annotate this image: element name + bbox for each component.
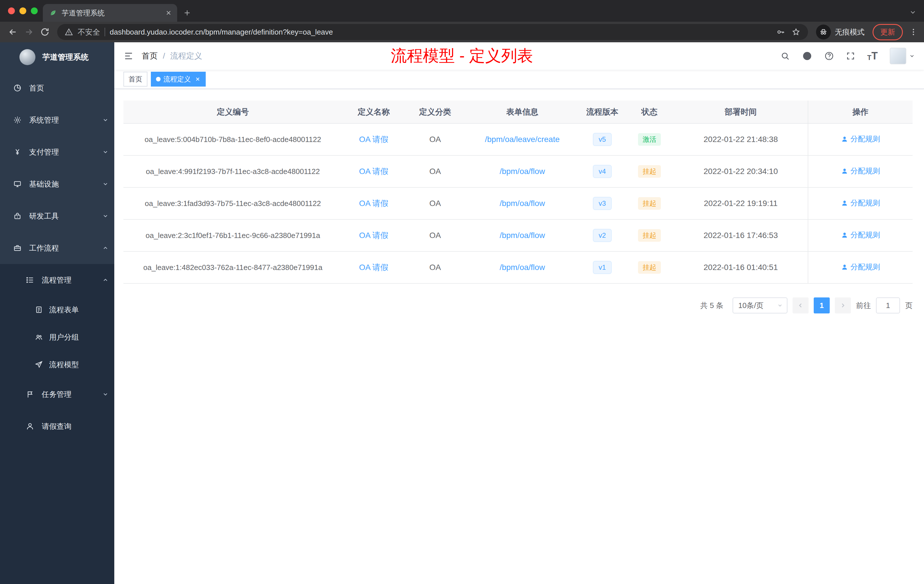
forward-icon[interactable] [22, 25, 35, 39]
app-title: 芋道管理系统 [42, 52, 89, 62]
tab-title: 芋道管理系统 [62, 8, 160, 18]
form-url-link[interactable]: /bpm/oa/leave/create [485, 135, 560, 144]
menu-label: 基础设施 [29, 179, 59, 189]
menu-label: 流程管理 [42, 275, 71, 285]
update-button[interactable]: 更新 [873, 24, 903, 40]
search-icon[interactable] [780, 51, 790, 61]
browser-toolbar: 不安全 dashboard.yudao.iocoder.cn/bpm/manag… [0, 22, 924, 42]
next-page-button[interactable] [835, 297, 851, 313]
active-dot [156, 77, 160, 81]
sidebar-item-infrastructure[interactable]: 基础设施 [0, 168, 114, 200]
assign-rule-link[interactable]: 分配规则 [841, 134, 880, 144]
tag-home[interactable]: 首页 [124, 72, 147, 87]
assign-rule-link[interactable]: 分配规则 [841, 198, 880, 208]
avatar[interactable] [890, 48, 906, 64]
tag-label: 首页 [129, 74, 142, 84]
assign-rule-link[interactable]: 分配规则 [841, 166, 880, 176]
definition-name-link[interactable]: OA 请假 [359, 135, 389, 144]
tab-search-chevron-icon[interactable] [909, 8, 917, 16]
table-row: oa_leave:4:991f2193-7b7f-11ec-a3c8-acde4… [124, 155, 912, 187]
definition-category: OA [429, 231, 441, 240]
form-url-link[interactable]: /bpm/oa/flow [500, 199, 545, 208]
chevron-down-icon [102, 213, 109, 219]
browser-tab[interactable]: 芋道管理系统 [43, 4, 177, 22]
goto-page-input[interactable] [876, 297, 900, 313]
breadcrumb-separator: / [163, 51, 165, 61]
incognito-badge: 无痕模式 [816, 25, 865, 40]
col-definition-name: 定义名称 [342, 101, 405, 124]
incognito-icon [816, 25, 831, 40]
page-size-select[interactable]: 10条/页 [733, 297, 787, 313]
chevron-down-icon [102, 149, 109, 155]
traffic-light-fullscreen[interactable] [31, 7, 38, 14]
sidebar-item-payment[interactable]: 支付管理 [0, 136, 114, 168]
browser-menu-icon[interactable] [909, 28, 918, 36]
form-url-link[interactable]: /bpm/oa/flow [500, 263, 545, 272]
security-label[interactable]: 不安全 [78, 27, 100, 37]
sidebar-item-home[interactable]: 首页 [0, 72, 114, 104]
help-icon[interactable] [824, 51, 834, 61]
sidebar-item-system[interactable]: 系统管理 [0, 104, 114, 136]
sidebar-item-process-form[interactable]: 流程表单 [0, 296, 114, 323]
sidebar-item-process-management[interactable]: 流程管理 [0, 264, 114, 296]
definition-id: oa_leave:3:1fad3d93-7b75-11ec-a3c8-acde4… [145, 199, 321, 208]
sidebar-item-user-group[interactable]: 用户分组 [0, 323, 114, 351]
breadcrumb-home[interactable]: 首页 [142, 51, 158, 61]
definition-name-link[interactable]: OA 请假 [359, 167, 389, 176]
table-row: oa_leave:2:3c1f0ef1-76b1-11ec-9c66-a2380… [124, 219, 912, 251]
avatar-dropdown[interactable] [890, 48, 915, 64]
deploy-time: 2022-01-22 19:19:11 [704, 199, 778, 208]
sidebar-item-task-management[interactable]: 任务管理 [0, 378, 114, 410]
address-bar[interactable]: 不安全 dashboard.yudao.iocoder.cn/bpm/manag… [57, 24, 808, 40]
window-controls [8, 7, 38, 14]
github-icon[interactable] [802, 51, 812, 61]
app-logo[interactable]: 芋道管理系统 [0, 42, 114, 72]
back-icon[interactable] [6, 25, 20, 39]
definition-category: OA [429, 135, 441, 144]
key-icon[interactable] [776, 27, 785, 36]
tag-process-definition[interactable]: 流程定义 [151, 72, 206, 87]
chevron-down-icon [102, 117, 109, 123]
traffic-light-close[interactable] [8, 7, 15, 14]
sidebar-item-process-model[interactable]: 流程模型 [0, 351, 114, 378]
pagination: 共 5 条 10条/页 1 前 [124, 297, 912, 313]
sidebar-item-leave-query[interactable]: 请假查询 [0, 410, 114, 442]
sidebar: 芋道管理系统 首页 系统管理 [0, 42, 114, 584]
definition-table: 定义编号 定义名称 定义分类 表单信息 流程版本 状态 部署时间 操作 oa_l… [124, 101, 912, 284]
definition-category: OA [429, 263, 441, 272]
new-tab-button[interactable] [183, 8, 191, 17]
sidebar-item-devtools[interactable]: 研发工具 [0, 200, 114, 232]
menu-label: 支付管理 [29, 147, 59, 157]
gear-icon [13, 116, 22, 124]
tag-close-icon[interactable] [195, 76, 201, 82]
assign-rule-link[interactable]: 分配规则 [841, 262, 880, 272]
col-deploy-time: 部署时间 [674, 101, 808, 124]
list-icon [26, 276, 34, 284]
bookmark-star-icon[interactable] [792, 27, 800, 36]
form-url-link[interactable]: /bpm/oa/flow [500, 231, 545, 240]
favicon-icon [49, 9, 57, 17]
definition-name-link[interactable]: OA 请假 [359, 199, 389, 208]
table-row: oa_leave:1:482ec033-762a-11ec-8477-a2380… [124, 251, 912, 284]
assign-rule-link[interactable]: 分配规则 [841, 230, 880, 240]
prev-page-button[interactable] [792, 297, 808, 313]
form-url-link[interactable]: /bpm/oa/flow [500, 167, 545, 176]
page-unit-label: 页 [905, 300, 912, 310]
total-count: 共 5 条 [700, 300, 723, 310]
sidebar-item-workflow[interactable]: 工作流程 [0, 232, 114, 264]
chevron-up-icon [102, 245, 109, 251]
fullscreen-icon[interactable] [846, 51, 855, 61]
font-size-icon[interactable]: TT [867, 51, 878, 61]
logo-avatar [20, 49, 35, 65]
menu-label: 任务管理 [42, 389, 71, 399]
tab-close-icon[interactable] [165, 10, 172, 16]
hamburger-icon[interactable] [124, 51, 134, 61]
reload-icon[interactable] [38, 25, 51, 39]
url-text[interactable]: dashboard.yudao.iocoder.cn/bpm/manager/d… [110, 28, 771, 36]
current-page-button[interactable]: 1 [814, 297, 830, 313]
definition-name-link[interactable]: OA 请假 [359, 263, 389, 272]
definition-name-link[interactable]: OA 请假 [359, 231, 389, 240]
menu-label: 流程模型 [49, 360, 79, 370]
chevron-left-icon [797, 302, 804, 309]
traffic-light-minimize[interactable] [20, 7, 26, 14]
